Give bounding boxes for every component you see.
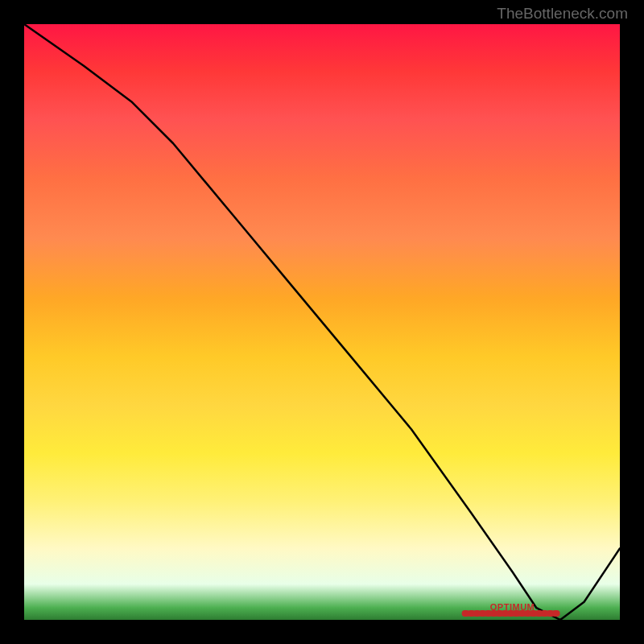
credit-text: TheBottleneck.com: [497, 5, 628, 23]
gradient-background: [24, 24, 620, 620]
optimum-label: OPTIMUM: [490, 602, 535, 612]
chart-area: OPTIMUM: [24, 24, 620, 620]
